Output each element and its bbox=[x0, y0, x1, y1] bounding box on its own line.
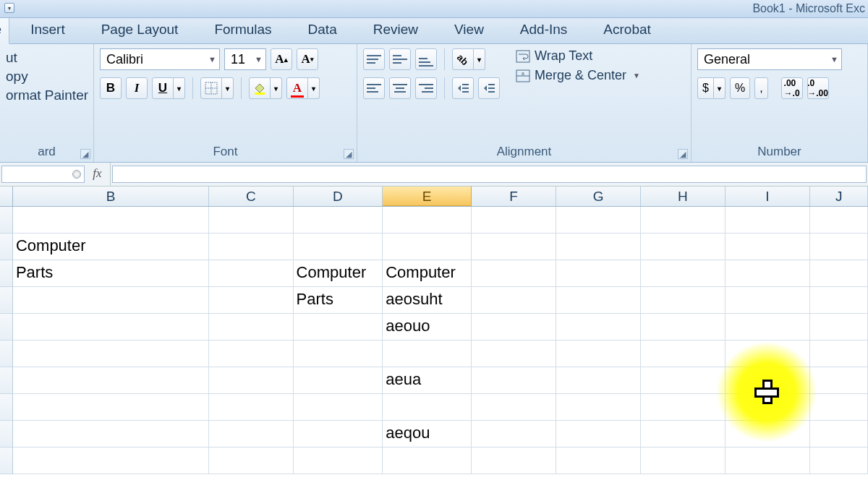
alignment-launcher-icon[interactable]: ◢ bbox=[678, 149, 688, 159]
cell-D4[interactable]: Parts bbox=[294, 287, 383, 314]
borders-dropdown[interactable]: ▾ bbox=[222, 77, 234, 99]
comma-button[interactable]: , bbox=[754, 77, 767, 99]
cell[interactable] bbox=[641, 234, 726, 260]
cell[interactable] bbox=[726, 448, 811, 474]
cell[interactable] bbox=[294, 367, 383, 394]
col-header-F[interactable]: F bbox=[472, 187, 557, 206]
currency-dropdown[interactable]: ▾ bbox=[714, 77, 726, 99]
tab-review[interactable]: Review bbox=[358, 16, 433, 43]
cell[interactable] bbox=[726, 207, 811, 234]
tab-formulas[interactable]: Formulas bbox=[199, 16, 286, 43]
cell-E7[interactable]: aeua bbox=[383, 367, 472, 394]
wrap-text-button[interactable]: Wrap Text bbox=[516, 48, 640, 64]
cell[interactable] bbox=[13, 421, 209, 448]
cell[interactable] bbox=[13, 207, 209, 234]
cell[interactable] bbox=[556, 207, 641, 234]
align-center-button[interactable] bbox=[389, 77, 411, 99]
tab-data[interactable]: Data bbox=[293, 16, 352, 43]
cell[interactable] bbox=[13, 287, 209, 314]
fill-color-dropdown[interactable]: ▾ bbox=[271, 77, 282, 99]
decrease-indent-button[interactable] bbox=[452, 77, 474, 99]
cell[interactable] bbox=[810, 367, 868, 394]
number-format-combo[interactable]: General▼ bbox=[697, 48, 842, 70]
cell[interactable] bbox=[810, 421, 868, 448]
select-all-corner[interactable] bbox=[0, 187, 13, 206]
percent-button[interactable]: % bbox=[730, 77, 750, 99]
increase-decimal-button[interactable]: .00→.0 bbox=[781, 77, 803, 99]
cell[interactable] bbox=[810, 448, 868, 474]
currency-button[interactable]: $ bbox=[697, 77, 714, 99]
font-name-combo[interactable]: Calibri▼ bbox=[100, 48, 220, 70]
cell-E4[interactable]: aeosuht bbox=[383, 287, 472, 314]
increase-indent-button[interactable] bbox=[478, 77, 500, 99]
tab-view[interactable]: View bbox=[439, 16, 499, 43]
format-painter-button[interactable]: ormat Painter bbox=[6, 86, 88, 105]
cell[interactable] bbox=[556, 314, 641, 341]
col-header-I[interactable]: I bbox=[726, 187, 811, 206]
cell[interactable] bbox=[641, 394, 726, 421]
cell[interactable] bbox=[556, 287, 641, 314]
cell[interactable] bbox=[209, 341, 294, 367]
cell[interactable] bbox=[726, 367, 811, 394]
borders-button[interactable] bbox=[200, 77, 222, 99]
cell[interactable] bbox=[556, 367, 641, 394]
cell[interactable] bbox=[726, 394, 811, 421]
align-left-button[interactable] bbox=[363, 77, 385, 99]
cell[interactable] bbox=[209, 367, 294, 394]
cell[interactable] bbox=[556, 448, 641, 474]
cell[interactable] bbox=[726, 341, 811, 367]
cell[interactable] bbox=[556, 341, 641, 367]
cell[interactable] bbox=[13, 448, 209, 474]
cell[interactable] bbox=[641, 367, 726, 394]
align-bottom-button[interactable] bbox=[415, 48, 437, 70]
font-color-dropdown[interactable]: ▾ bbox=[308, 77, 320, 99]
cell[interactable] bbox=[209, 260, 294, 287]
cell[interactable] bbox=[810, 287, 868, 314]
cell[interactable] bbox=[641, 341, 726, 367]
merge-center-button[interactable]: a Merge & Center▼ bbox=[516, 68, 640, 83]
cell[interactable] bbox=[383, 448, 472, 474]
tab-insert[interactable]: Insert bbox=[15, 16, 80, 43]
name-box[interactable] bbox=[1, 166, 85, 183]
col-header-H[interactable]: H bbox=[641, 187, 726, 206]
cell[interactable] bbox=[810, 260, 868, 287]
cell[interactable] bbox=[472, 260, 557, 287]
cell[interactable] bbox=[209, 314, 294, 341]
cell[interactable] bbox=[294, 234, 383, 260]
underline-dropdown[interactable]: ▾ bbox=[174, 77, 185, 99]
cell[interactable] bbox=[209, 394, 294, 421]
cell[interactable] bbox=[294, 341, 383, 367]
cell[interactable] bbox=[641, 421, 726, 448]
name-box-dropdown-icon[interactable] bbox=[72, 170, 81, 179]
cell[interactable] bbox=[209, 207, 294, 234]
copy-button[interactable]: opy bbox=[6, 67, 88, 86]
cell[interactable] bbox=[641, 207, 726, 234]
cell[interactable] bbox=[726, 314, 811, 341]
cell-E9[interactable]: aeqou bbox=[383, 421, 472, 448]
cell[interactable] bbox=[13, 314, 209, 341]
col-header-D[interactable]: D bbox=[294, 187, 383, 206]
cell[interactable] bbox=[726, 234, 811, 260]
cell[interactable] bbox=[294, 314, 383, 341]
cell[interactable] bbox=[383, 234, 472, 260]
cell[interactable] bbox=[641, 314, 726, 341]
cell[interactable] bbox=[556, 234, 641, 260]
orientation-button[interactable]: ab bbox=[452, 48, 474, 70]
cell[interactable] bbox=[472, 207, 557, 234]
spreadsheet-grid[interactable]: B C D E F G H I J Computer PartsComputer… bbox=[0, 187, 868, 474]
qat-customize-icon[interactable]: ▾ bbox=[4, 3, 14, 13]
orientation-dropdown[interactable]: ▾ bbox=[474, 48, 485, 70]
cell[interactable] bbox=[556, 260, 641, 287]
cell[interactable] bbox=[641, 287, 726, 314]
cell[interactable] bbox=[383, 341, 472, 367]
col-header-G[interactable]: G bbox=[556, 187, 641, 206]
cell[interactable] bbox=[209, 448, 294, 474]
cell[interactable] bbox=[556, 394, 641, 421]
align-top-button[interactable] bbox=[363, 48, 385, 70]
underline-button[interactable]: U bbox=[152, 77, 174, 99]
cell[interactable] bbox=[726, 421, 811, 448]
cell[interactable] bbox=[13, 367, 209, 394]
cell[interactable] bbox=[383, 394, 472, 421]
cell[interactable] bbox=[472, 341, 557, 367]
cell[interactable] bbox=[209, 234, 294, 260]
